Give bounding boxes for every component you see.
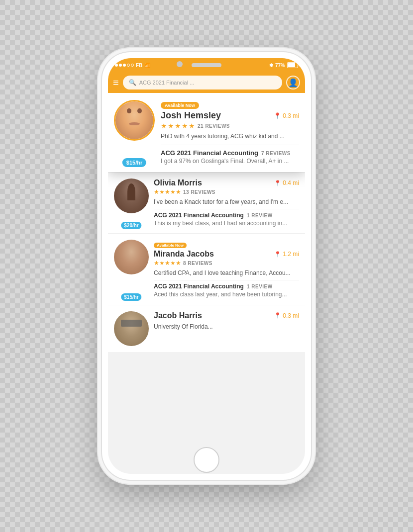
- olivia-stars-row: ★★★★★ 13 REVIEWS: [154, 188, 299, 195]
- miranda-course-name: ACG 2021 Financial Accounting: [154, 283, 244, 290]
- josh-price: $15/hr: [122, 158, 146, 167]
- olivia-price: $20/hr: [121, 222, 141, 229]
- profile-icon[interactable]: 👤: [286, 76, 300, 89]
- miranda-name: Miranda Jacobs: [154, 250, 214, 259]
- home-button[interactable]: [194, 447, 219, 473]
- search-icon: 🔍: [129, 79, 136, 86]
- josh-avatar: [114, 100, 155, 141]
- josh-name-row: Josh Hemsley 📍 0.3 mi: [161, 110, 299, 121]
- olivia-distance: 📍 0.4 mi: [274, 179, 299, 186]
- tutor-card-miranda[interactable]: $15/hr Available Now Miranda Jacobs 📍 1.…: [108, 234, 305, 304]
- jacob-distance: 📍 0.3 mi: [274, 312, 299, 319]
- olivia-pin-icon: 📍: [274, 180, 281, 186]
- status-right: ✱ 77%: [269, 62, 298, 68]
- olivia-review-count: 13 REVIEWS: [183, 189, 215, 195]
- bluetooth-icon: ✱: [269, 63, 273, 68]
- battery-percent: 77%: [275, 63, 285, 68]
- josh-distance: 📍 0.3 mi: [274, 112, 299, 119]
- josh-avatar-container: $15/hr: [114, 100, 155, 165]
- josh-review-count: 21 REVIEWS: [198, 123, 230, 129]
- search-input[interactable]: ACG 2021 Financial ...: [139, 80, 195, 86]
- olivia-course-reviews: 1 REVIEW: [247, 213, 273, 218]
- tutor-card-olivia[interactable]: $20/hr Olivia Morris 📍 0.4 mi: [108, 173, 305, 233]
- phone-frame: FB 📶 1:20 PM ✱ 77% ≡ 🔍 ACG 2021 Financi: [102, 52, 311, 480]
- josh-stars-row: ★★★★★ 21 REVIEWS: [161, 122, 299, 130]
- jacob-info: Jacob Harris 📍 0.3 mi University Of Flor…: [154, 311, 299, 346]
- phone-mockup: FB 📶 1:20 PM ✱ 77% ≡ 🔍 ACG 2021 Financi: [102, 52, 311, 480]
- miranda-avatar: [114, 240, 149, 274]
- olivia-avatar: [114, 178, 149, 213]
- jacob-avatar-container: [114, 311, 149, 346]
- olivia-info: Olivia Morris 📍 0.4 mi ★★★★★ 13 REVIEWS: [154, 178, 299, 227]
- search-bar[interactable]: 🔍 ACG 2021 Financial ...: [123, 76, 282, 89]
- josh-course-name: ACG 2021 Financial Accounting: [161, 149, 258, 157]
- josh-bio: PhD with 4 years tutoring, ACG whiz kid …: [161, 133, 299, 141]
- jacob-name: Jacob Harris: [154, 311, 202, 320]
- signal-dot-2: [119, 64, 122, 67]
- hamburger-icon[interactable]: ≡: [113, 77, 119, 89]
- josh-stars: ★★★★★: [161, 122, 196, 130]
- signal-dots: [115, 64, 134, 67]
- jacob-pin-icon: 📍: [274, 312, 281, 319]
- wifi-icon: 📶: [144, 63, 150, 68]
- signal-dot-5: [131, 64, 134, 67]
- nav-bar: ≡ 🔍 ACG 2021 Financial ... 👤: [108, 72, 305, 93]
- status-left: FB 📶: [115, 63, 150, 68]
- miranda-course-reviews: 1 REVIEW: [247, 284, 273, 289]
- olivia-course-review-text: This is my best class, and I had an acco…: [154, 220, 299, 228]
- battery-fill: [288, 63, 295, 67]
- josh-course-row: ACG 2021 Financial Accounting 7 REVIEWS: [161, 149, 299, 157]
- olivia-name: Olivia Morris: [154, 178, 202, 187]
- tutor-list: $15/hr Available Now Josh Hemsley 📍 0.3 …: [108, 93, 305, 474]
- miranda-review-count: 8 REVIEWS: [183, 261, 212, 266]
- tutor-card-jacob[interactable]: Jacob Harris 📍 0.3 mi University Of Flor…: [108, 305, 305, 352]
- josh-available-badge: Available Now: [161, 102, 199, 109]
- signal-dot-1: [115, 64, 118, 67]
- josh-course-review-text: I got a 97% on Goslinga's Final. Overall…: [161, 158, 299, 166]
- jacob-bio: University Of Florida...: [154, 323, 299, 331]
- miranda-bio: Certified CPA, and I love teaching Finan…: [154, 269, 299, 277]
- miranda-distance: 📍 1.2 mi: [274, 251, 299, 258]
- olivia-course-name: ACG 2021 Financial Accounting: [154, 212, 244, 219]
- carrier-label: FB: [136, 63, 142, 68]
- miranda-distance-value: 1.2 mi: [283, 251, 299, 258]
- tutor-card-josh[interactable]: $15/hr Available Now Josh Hemsley 📍 0.3 …: [108, 93, 305, 172]
- josh-name: Josh Hemsley: [161, 110, 221, 121]
- miranda-avatar-container: $15/hr: [114, 240, 149, 298]
- jacob-avatar: [114, 311, 149, 346]
- location-pin-icon: 📍: [274, 112, 281, 119]
- josh-course-reviews: 7 REVIEWS: [261, 151, 291, 156]
- phone-screen: FB 📶 1:20 PM ✱ 77% ≡ 🔍 ACG 2021 Financi: [108, 58, 305, 474]
- olivia-course-section: ACG 2021 Financial Accounting 1 REVIEW T…: [154, 209, 299, 228]
- miranda-course-section: ACG 2021 Financial Accounting 1 REVIEW A…: [154, 280, 299, 299]
- miranda-course-review-text: Aced this class last year, and have been…: [154, 291, 299, 299]
- miranda-pin-icon: 📍: [274, 251, 281, 258]
- user-icon: 👤: [288, 78, 298, 88]
- josh-course-section: ACG 2021 Financial Accounting 7 REVIEWS …: [161, 145, 299, 166]
- olivia-avatar-container: $20/hr: [114, 178, 149, 227]
- josh-info: Available Now Josh Hemsley 📍 0.3 mi ★★★★…: [161, 100, 299, 165]
- signal-dot-3: [123, 64, 126, 67]
- battery-indicator: [287, 62, 298, 68]
- phone-speaker: [192, 63, 221, 67]
- phone-camera: [177, 61, 183, 67]
- miranda-stars: ★★★★★: [154, 260, 181, 266]
- jacob-distance-value: 0.3 mi: [283, 312, 299, 319]
- josh-distance-value: 0.3 mi: [283, 112, 299, 119]
- miranda-info: Available Now Miranda Jacobs 📍 1.2 mi ★★…: [154, 240, 299, 298]
- olivia-bio: I've been a Knack tutor for a few years,…: [154, 198, 299, 206]
- olivia-stars: ★★★★★: [154, 188, 181, 195]
- olivia-distance-value: 0.4 mi: [283, 179, 299, 186]
- signal-dot-4: [127, 64, 130, 67]
- miranda-stars-row: ★★★★★ 8 REVIEWS: [154, 260, 299, 266]
- miranda-price: $15/hr: [121, 293, 141, 301]
- miranda-available-badge: Available Now: [154, 243, 187, 248]
